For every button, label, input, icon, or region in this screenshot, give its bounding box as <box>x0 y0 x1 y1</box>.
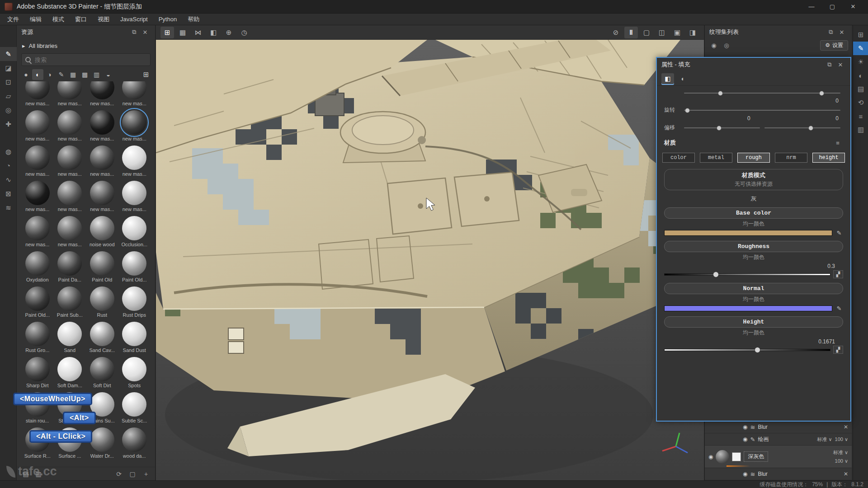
curve-icon[interactable]: ▞ <box>833 346 843 354</box>
asset-item[interactable]: new mas... <box>118 144 151 179</box>
menu-item[interactable]: 编辑 <box>24 14 47 25</box>
asset-item[interactable]: new mas... <box>86 144 118 179</box>
normal-color-swatch[interactable] <box>664 305 832 311</box>
maximize-button[interactable]: ▢ <box>822 0 843 14</box>
asset-item[interactable]: Paint Sub... <box>54 285 86 320</box>
symmetry-icon[interactable]: ⋈ <box>191 27 205 38</box>
offset-u-slider[interactable] <box>684 125 760 131</box>
single-view-icon[interactable]: ▢ <box>640 27 653 38</box>
channel-button-metal[interactable]: metal <box>700 153 732 163</box>
asset-item[interactable]: new mas... <box>54 179 86 214</box>
physics-timer-icon[interactable]: ◷ <box>237 27 251 38</box>
lazy-mouse-icon[interactable]: ∿ <box>0 173 17 187</box>
painting-mode-icon[interactable]: ⊞ <box>160 27 174 38</box>
hide-ui-icon[interactable]: ⊘ <box>609 27 623 38</box>
add-stencil-icon[interactable]: ⊕ <box>222 27 236 38</box>
asset-item[interactable]: Oxydation <box>21 249 54 285</box>
blend-mode-select[interactable]: 标准 ∨ <box>833 449 848 456</box>
slider-handle[interactable] <box>819 91 824 96</box>
close-button[interactable]: ✕ <box>843 0 863 14</box>
visibility-icon[interactable]: ◉ <box>743 436 747 442</box>
menu-item[interactable]: JavaScript <box>115 14 153 24</box>
properties-panel[interactable]: 属性 - 填充 ⧉ ✕ ◧◐ 0 旋转 0 0 偏移 <box>656 57 851 422</box>
slider-handle[interactable] <box>717 126 722 131</box>
material-mode-box[interactable]: 材质模式 无可供选择资源 <box>664 169 843 190</box>
projection-tool-icon[interactable]: ⊡ <box>0 75 17 89</box>
filter-smart-materials-icon[interactable]: ◑ <box>44 69 55 80</box>
offset-v-slider[interactable] <box>764 125 840 131</box>
asset-item[interactable]: new mas... <box>21 179 54 214</box>
filter-alphas-icon[interactable]: ▦ <box>67 69 79 80</box>
polygon-fill-tool-icon[interactable]: ▱ <box>0 89 17 103</box>
eyedropper-icon[interactable]: ✎ <box>835 230 843 236</box>
asset-item[interactable]: Spots <box>118 355 151 390</box>
effects-icon[interactable]: ≋ <box>0 201 17 215</box>
dock-toggle-icon[interactable]: ⊞ <box>853 28 868 42</box>
asset-item[interactable]: new mas... <box>86 108 118 144</box>
filter-textures-icon[interactable]: ▩ <box>79 69 90 80</box>
menu-item[interactable]: 帮助 <box>182 14 205 25</box>
roughness-slider[interactable] <box>664 271 830 278</box>
height-button[interactable]: Height <box>664 316 843 328</box>
paint-tool-icon[interactable]: ✎ <box>853 42 868 55</box>
asset-item[interactable]: new mas... <box>21 144 54 179</box>
opacity-select[interactable]: 100 ∨ <box>835 436 848 442</box>
close-panel-icon[interactable]: ✕ <box>140 27 151 38</box>
asset-item[interactable]: Rust Drips <box>118 285 151 320</box>
layers-icon[interactable]: ▥ <box>853 123 868 136</box>
asset-item[interactable]: new mas... <box>86 81 118 108</box>
asset-item[interactable]: new mas... <box>21 108 54 144</box>
quick-mask-icon[interactable]: ◧ <box>207 27 220 38</box>
asset-item[interactable]: noise wood <box>86 214 118 249</box>
asset-item[interactable]: new mas... <box>118 81 151 108</box>
material-properties-tab[interactable]: ◐ <box>677 73 689 84</box>
search-input[interactable] <box>35 56 134 63</box>
asset-item[interactable]: wood da... <box>118 426 151 461</box>
visibility-icon[interactable]: ◉ <box>708 454 713 460</box>
slider-handle[interactable] <box>755 347 760 353</box>
viewport-3d[interactable]: ⊞▦⋈◧⊕◷ ⊘‖▢◫▣◨ <box>156 25 704 480</box>
layer-row-fill[interactable]: ◉深灰色标准 ∨100 ∨ <box>705 446 852 468</box>
channel-button-height[interactable]: height <box>812 153 845 163</box>
asset-item[interactable]: new mas... <box>86 179 118 214</box>
asset-item[interactable]: Occlusion... <box>118 214 151 249</box>
thumbnail-size-icon[interactable]: ▢ <box>127 469 138 479</box>
camera-icon[interactable]: ▣ <box>670 27 684 38</box>
remove-effect-icon[interactable]: ✕ <box>844 424 848 430</box>
tiling-icon[interactable]: ▦ <box>176 27 189 38</box>
asset-item[interactable]: new mas... <box>54 81 86 108</box>
asset-item[interactable]: Sand <box>54 320 86 355</box>
float-panel-icon[interactable]: ⧉ <box>826 27 836 38</box>
material-picker-icon[interactable]: ◔ <box>0 159 17 173</box>
menu-item[interactable]: Python <box>153 14 182 24</box>
geometry-mask-icon[interactable]: ◍ <box>0 145 17 159</box>
refresh-icon[interactable]: ⟳ <box>113 469 124 479</box>
blend-mode-select[interactable]: 标准 ∨ <box>817 436 832 443</box>
asset-item[interactable]: new mas... <box>54 108 86 144</box>
asset-item[interactable]: Paint Old <box>86 249 118 285</box>
base-color-button[interactable]: Base color <box>664 207 843 219</box>
asset-item[interactable]: Soft Dam... <box>54 355 86 390</box>
properties-header[interactable]: 属性 - 填充 ⧉ ✕ <box>657 58 850 71</box>
asset-item[interactable]: new mas... <box>21 214 54 249</box>
asset-item[interactable]: Paint Old... <box>118 249 151 285</box>
slider-handle[interactable] <box>685 108 690 113</box>
display-settings-icon[interactable]: ☀ <box>853 55 868 69</box>
filter-environments-icon[interactable]: ◒ <box>103 69 114 80</box>
smudge-tool-icon[interactable]: ◎ <box>0 103 17 117</box>
settings-button[interactable]: ⚙ 设置 <box>820 40 848 51</box>
asset-item[interactable]: Rust <box>86 285 118 320</box>
asset-item[interactable]: Sharp Dirt <box>21 355 54 390</box>
viewport-3d-scene[interactable] <box>156 40 704 480</box>
slider-handle[interactable] <box>808 126 813 131</box>
asset-item[interactable]: new mas... <box>54 214 86 249</box>
channel-button-nrm[interactable]: nrm <box>775 153 807 163</box>
asset-item[interactable]: new mas... <box>118 179 151 214</box>
opacity-select[interactable]: 100 ∨ <box>835 458 848 464</box>
asset-item[interactable]: Sand Dust <box>118 320 151 355</box>
eyedropper-icon[interactable]: ✎ <box>835 305 843 312</box>
menu-item[interactable]: 视图 <box>92 14 115 25</box>
asset-item[interactable]: Sand Cav... <box>86 320 118 355</box>
library-selector[interactable]: ▸ All libraries <box>17 39 155 52</box>
dock-panel-icon[interactable]: ⧉ <box>824 59 835 70</box>
